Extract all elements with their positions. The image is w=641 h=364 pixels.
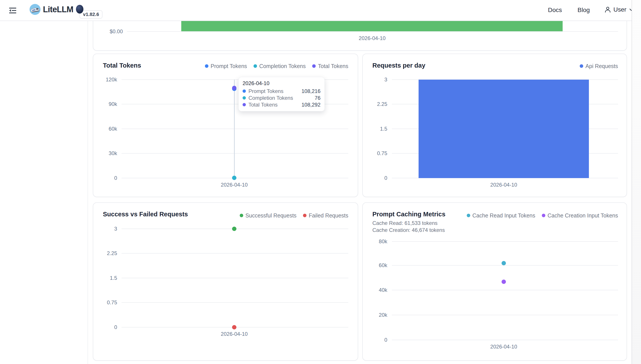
failed-requests-dot-icon: [303, 214, 306, 217]
gridline: [392, 315, 618, 315]
chart-tooltip: 2026-04-10 Prompt Tokens 108,216 Complet…: [238, 77, 325, 111]
y-tick: 2.25: [361, 101, 387, 107]
success-failed-x-label: 2026-04-10: [208, 331, 260, 337]
completion-tokens-point[interactable]: [232, 176, 236, 180]
y-tick: 90k: [91, 101, 117, 107]
api-requests-bar[interactable]: [419, 80, 589, 178]
gridline: [392, 290, 618, 290]
legend-label: Cache Creation Input Tokens: [547, 212, 618, 219]
cache-read-summary: Cache Read: 61,533 tokens: [372, 220, 438, 226]
tooltip-value: 108,292: [301, 102, 320, 108]
gridline: [122, 278, 348, 278]
legend-item-completion-tokens[interactable]: Completion Tokens: [253, 63, 306, 69]
hover-crosshair-line: [234, 80, 235, 178]
caching-legend: Cache Read Input Tokens Cache Creation I…: [438, 212, 618, 219]
total-tokens-title: Total Tokens: [103, 62, 141, 69]
requests-x-label: 2026-04-10: [477, 182, 530, 188]
spend-y-tick: $0.00: [97, 28, 123, 34]
y-tick: 40k: [361, 287, 387, 293]
y-tick: 0: [91, 324, 117, 330]
legend-item-total-tokens[interactable]: Total Tokens: [312, 63, 348, 69]
success-failed-title: Success vs Failed Requests: [103, 211, 188, 218]
gridline: [392, 241, 618, 242]
tooltip-date: 2026-04-10: [243, 80, 320, 86]
tooltip-row: Total Tokens 108,292: [243, 101, 320, 108]
y-tick: 80k: [361, 238, 387, 244]
y-tick: 1.5: [361, 126, 387, 132]
caching-title: Prompt Caching Metrics: [372, 211, 446, 218]
y-tick: 0: [91, 175, 117, 181]
version-badge: v1.82.6: [80, 10, 103, 18]
y-tick: 2.25: [91, 250, 117, 256]
tooltip-value: 108,216: [301, 88, 320, 94]
y-tick: 120k: [91, 76, 117, 83]
caching-x-label: 2026-04-10: [477, 344, 530, 350]
tooltip-label: Total Tokens: [248, 102, 278, 108]
tooltip-label: Completion Tokens: [248, 95, 293, 101]
total-tokens-point[interactable]: [232, 86, 236, 90]
user-menu[interactable]: User: [604, 6, 634, 13]
legend-item-prompt-tokens[interactable]: Prompt Tokens: [205, 63, 247, 69]
user-label: User: [613, 6, 626, 13]
top-navbar: LiteLLM v1.82.6 Docs Blog User: [0, 0, 631, 21]
legend-label: Prompt Tokens: [211, 63, 247, 69]
total-tokens-legend: Prompt Tokens Completion Tokens Total To…: [197, 62, 348, 70]
litellm-logo[interactable]: [30, 4, 41, 15]
legend-label: Successful Requests: [245, 212, 296, 219]
total-tokens-card: [93, 54, 358, 197]
tooltip-value: 76: [314, 95, 320, 101]
moon-sphere-icon: [76, 5, 83, 14]
cache-creation-point[interactable]: [502, 280, 506, 284]
total-tokens-x-label: 2026-04-10: [208, 182, 260, 188]
nav-link-docs[interactable]: Docs: [548, 6, 562, 14]
cache-read-dot-icon: [467, 214, 470, 217]
failed-requests-point[interactable]: [232, 325, 236, 330]
tooltip-row: Completion Tokens 76: [243, 94, 320, 101]
gridline: [392, 340, 618, 340]
train-icon: [30, 4, 41, 15]
y-tick: 60k: [91, 126, 117, 132]
user-icon: [604, 6, 611, 13]
completion-tokens-dot-icon: [243, 96, 246, 100]
legend-item-cache-creation[interactable]: Cache Creation Input Tokens: [542, 212, 618, 219]
api-requests-dot-icon: [580, 64, 583, 68]
legend-label: Failed Requests: [309, 212, 348, 219]
requests-legend: Api Requests: [525, 62, 618, 70]
y-tick: 1.5: [91, 275, 117, 281]
legend-label: Completion Tokens: [259, 63, 306, 69]
y-tick: 0.75: [91, 300, 117, 306]
requests-title: Requests per day: [372, 62, 425, 69]
gridline: [122, 253, 348, 254]
y-tick: 3: [91, 226, 117, 232]
y-tick: 30k: [91, 150, 117, 156]
gridline: [122, 153, 348, 154]
sidebar: [0, 20, 88, 364]
completion-tokens-dot-icon: [253, 64, 257, 68]
legend-item-successful-requests[interactable]: Successful Requests: [240, 212, 296, 219]
vertical-scrollbar[interactable]: [631, 0, 641, 364]
nav-link-blog[interactable]: Blog: [577, 6, 590, 14]
legend-item-failed-requests[interactable]: Failed Requests: [303, 212, 348, 219]
menu-fold-icon: [8, 6, 17, 15]
prompt-tokens-dot-icon: [205, 64, 208, 68]
total-tokens-dot-icon: [243, 103, 246, 106]
total-tokens-dot-icon: [312, 64, 316, 68]
cache-read-point[interactable]: [502, 261, 506, 265]
success-failed-legend: Successful Requests Failed Requests: [197, 212, 348, 219]
y-tick: 0.75: [361, 150, 387, 156]
y-tick: 0: [361, 175, 387, 181]
tooltip-label: Prompt Tokens: [248, 88, 283, 94]
legend-label: Api Requests: [585, 63, 618, 69]
tooltip-row: Prompt Tokens 108,216: [243, 88, 320, 94]
legend-label: Total Tokens: [318, 63, 348, 69]
legend-item-cache-read[interactable]: Cache Read Input Tokens: [467, 212, 535, 219]
gridline: [122, 128, 348, 129]
y-tick: 20k: [361, 312, 387, 318]
gridline: [392, 265, 618, 266]
litellm-usage-dashboard: $0.00 2026-04-10 Total Tokens Prompt Tok…: [0, 0, 641, 364]
legend-item-api-requests[interactable]: Api Requests: [580, 63, 618, 69]
successful-requests-point[interactable]: [232, 226, 236, 231]
sidebar-collapse-button[interactable]: [8, 6, 17, 15]
spend-x-label: 2026-04-10: [346, 35, 398, 41]
prompt-tokens-dot-icon: [243, 90, 246, 93]
